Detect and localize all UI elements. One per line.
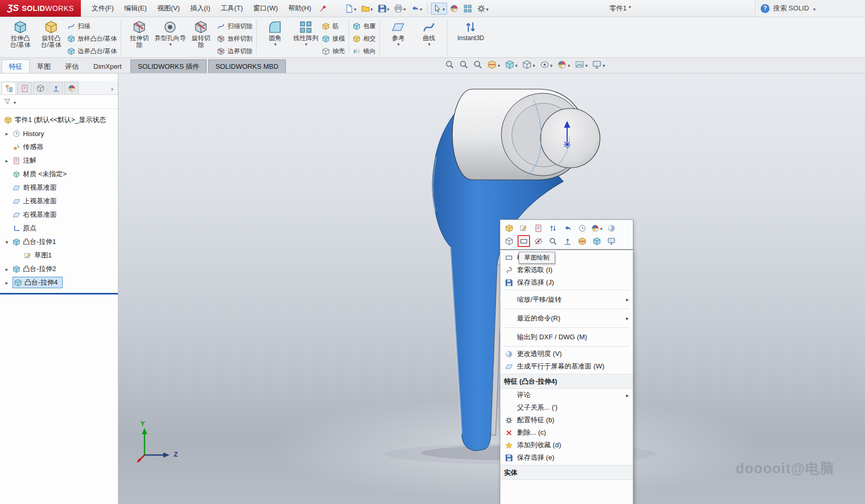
menu-view[interactable]: 视图(V) [152,0,185,17]
dropdown-caret-icon[interactable] [403,5,406,13]
dropdown-caret-icon[interactable] [599,224,603,232]
options-button[interactable] [475,3,491,15]
dropdown-caret-icon[interactable] [602,61,605,69]
section-view-button[interactable] [487,60,500,69]
reference-geometry-button[interactable]: 参考 [383,18,413,46]
context-menu-item-change-transparency[interactable]: 更改透明度 (V) [500,348,633,360]
display-options-button[interactable] [461,3,474,15]
tree-item-right-plane[interactable]: 右视基准面 [0,208,118,222]
view-orientation-button[interactable] [505,60,518,69]
new-document-button[interactable] [343,3,359,15]
swept-cut-button[interactable]: 扫描切除 [217,22,253,31]
intersect-button[interactable]: 相交 [353,34,376,43]
select-button[interactable] [431,3,447,15]
dropdown-caret-icon[interactable] [397,42,400,46]
filter-caret-icon[interactable] [13,98,16,106]
context-menu-item-configure-feature[interactable]: 配置特征 (b) [500,414,633,426]
zoom-area-button[interactable] [459,60,468,69]
dropdown-caret-icon[interactable] [442,5,445,13]
menu-window[interactable]: 窗口(W) [248,0,283,17]
open-button[interactable] [359,3,375,15]
suppress-button[interactable] [547,222,559,234]
dropdown-caret-icon[interactable] [419,5,423,13]
panel-expand-icon[interactable] [111,85,116,94]
appearance-button[interactable] [591,222,603,234]
tree-item-front-plane[interactable]: 前视基准面 [0,181,118,194]
previous-view-button[interactable] [473,60,483,69]
dropdown-caret-icon[interactable] [567,61,570,69]
view-orientation-button[interactable] [591,235,603,247]
collapse-arrow-icon[interactable] [4,239,10,245]
context-menu-item-save-selection2[interactable]: 保存选择 (e) [500,451,633,464]
context-menu-item-zoom-pan-rotate[interactable]: 缩放/平移/旋转 [500,291,633,308]
zoom-to-selection-button[interactable] [547,235,559,247]
tree-item-sketch1[interactable]: 草图1 [0,249,118,262]
instant3d-button[interactable]: Instant3D [451,18,490,42]
tree-item-boss-extrude1[interactable]: 凸台-拉伸1 [0,235,118,249]
dropdown-caret-icon[interactable] [305,42,308,46]
tab-configuration-manager[interactable] [33,82,47,94]
part-3d-model[interactable] [118,73,864,504]
rib-button[interactable]: 筋 [322,22,345,31]
pin-menu-button[interactable] [318,3,329,14]
tree-item-origin[interactable]: 原点 [0,222,118,235]
curves-button[interactable]: 曲线 [414,18,443,46]
tab-evaluate[interactable]: 评估 [58,59,86,73]
tab-feature-manager-tree[interactable] [2,82,16,94]
revolved-boss-base-button[interactable]: 旋转凸 台/基体 [37,18,66,48]
revolved-cut-button[interactable]: 旋转切 除 [186,18,215,48]
tab-property-manager[interactable] [17,82,32,94]
selected-tree-item[interactable]: 凸台-拉伸4 [13,277,63,288]
dropdown-caret-icon[interactable] [354,5,357,13]
context-menu-item-comment[interactable]: 评论 [500,389,633,401]
lofted-cut-button[interactable]: 放样切割 [217,34,253,43]
hide-show-items-button[interactable] [540,60,553,69]
boundary-cut-button[interactable]: 边界切除 [217,47,253,56]
dropdown-caret-icon[interactable] [274,42,277,46]
rollback-button[interactable] [576,222,588,234]
tab-dimxpert-manager[interactable] [49,82,63,94]
boundary-boss-base-button[interactable]: 边界凸台/基体 [67,47,117,56]
dropdown-caret-icon[interactable] [532,61,535,69]
sketch-button[interactable] [518,235,530,247]
hide-button[interactable] [532,235,545,247]
expand-arrow-icon[interactable] [4,131,10,137]
context-menu-item-create-plane-parallel-screen[interactable]: 生成平行于屏幕的基准面 (W) [500,360,633,373]
save-button[interactable] [376,3,392,15]
menu-help[interactable]: 帮助(H) [283,0,317,17]
feature-properties-button[interactable] [532,222,545,234]
tree-item-boss-extrude2[interactable]: 凸台-拉伸2 [0,262,118,276]
edit-appearance-button[interactable] [557,60,570,69]
normal-to-button[interactable] [561,235,574,247]
tree-root-part[interactable]: 零件1 (默认<<默认>_显示状态 [0,113,118,127]
context-menu-item-lasso-select[interactable]: 套索选取 (I) [500,264,633,276]
tab-solidworks-addins[interactable]: SOLIDWORKS 插件 [130,59,207,73]
dropdown-caret-icon[interactable] [585,61,588,69]
apply-scene-button[interactable] [575,60,588,69]
dropdown-caret-icon[interactable] [497,61,500,69]
draft-button[interactable]: 拔模 [322,34,345,43]
tab-dimxpert[interactable]: DimXpert [86,59,129,73]
help-icon[interactable] [761,4,770,13]
zoom-fit-button[interactable] [445,60,454,69]
dropdown-caret-icon[interactable] [387,5,390,13]
dropdown-caret-icon[interactable] [515,61,518,69]
section-view-button[interactable] [576,235,588,247]
tree-item-history[interactable]: History [0,127,118,140]
menu-edit[interactable]: 编辑(E) [119,0,152,17]
context-menu-item-delete[interactable]: 删除... (c) [500,426,633,439]
menu-tools[interactable]: 工具(T) [215,0,248,17]
rollback-bar[interactable] [0,293,118,294]
context-menu-item-save-selection[interactable]: 保存选择 (J) [500,276,633,289]
menu-insert[interactable]: 插入(I) [185,0,215,17]
lofted-boss-base-button[interactable]: 放样凸台/基体 [67,34,117,43]
dropdown-caret-icon[interactable] [428,42,431,46]
menu-file[interactable]: 文件(F) [86,0,119,17]
mirror-button[interactable]: 镜向 [353,47,376,56]
search-input[interactable]: 搜索 SOLID [773,4,809,13]
selection-filter-button[interactable] [448,3,461,15]
hole-wizard-button[interactable]: 异型孔向导 [155,18,185,46]
context-menu-item-add-to-favorites[interactable]: 添加到收藏 (d) [500,439,633,451]
tree-item-annotations[interactable]: 注解 [0,154,118,167]
shell-button[interactable]: 抽壳 [322,47,345,56]
